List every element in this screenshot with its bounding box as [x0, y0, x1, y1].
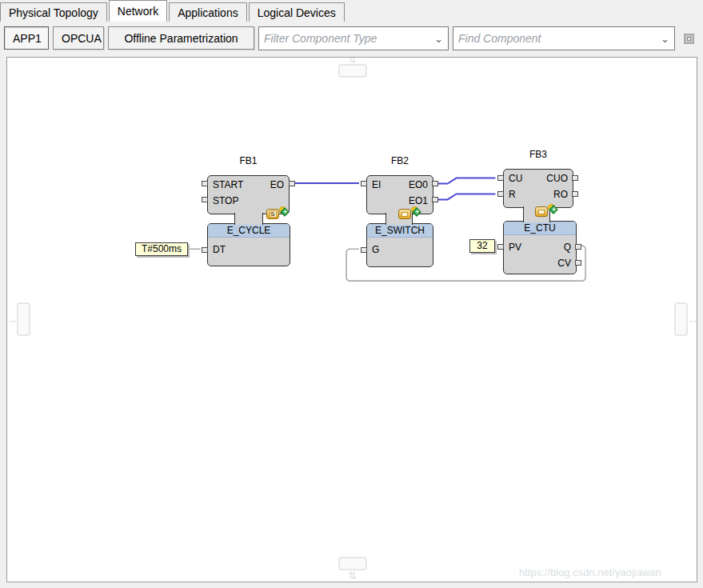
chevron-down-icon[interactable]: ⌄: [431, 33, 443, 45]
filter-combo-placeholder: Filter Component Type: [264, 32, 431, 45]
fb3-pin-cuo[interactable]: [572, 175, 578, 181]
fb2-pin-g[interactable]: [361, 247, 367, 253]
fb1-dt-value[interactable]: T#500ms: [135, 242, 188, 256]
editor-tab-bar: Physical Topology Network Applications L…: [0, 0, 703, 22]
fb1-neck: [234, 213, 263, 225]
connection-wires: [7, 58, 697, 582]
deployed-marker-icon: +: [411, 206, 421, 216]
fb1-pin-eo[interactable]: [289, 181, 295, 186]
deployed-marker-icon: +: [279, 206, 289, 216]
fb1-port-stop[interactable]: STOP: [213, 195, 238, 206]
fb3-port-r[interactable]: R: [509, 189, 516, 200]
opcua-button[interactable]: OPCUA: [53, 26, 104, 50]
wire-fb2eo0-fb3cu: [438, 178, 496, 184]
tab-applications[interactable]: Applications: [169, 2, 247, 22]
network-diagram-canvas[interactable]: ⇅ ⇅ ↔ ↔ FB1 START STOP EO S +: [6, 57, 697, 582]
fb1-data-section[interactable]: E_CYCLE DT: [207, 223, 290, 266]
fb3-pin-ro[interactable]: [572, 191, 578, 197]
wire-fb2eo1-fb3r: [438, 194, 496, 199]
find-component-combo[interactable]: Find Component ⌄: [453, 26, 675, 50]
fb2-port-g[interactable]: G: [372, 244, 379, 255]
fb1-pin-dt[interactable]: [202, 247, 208, 253]
fb3-port-q[interactable]: Q: [564, 242, 571, 253]
overview-toggle-button[interactable]: [681, 30, 697, 46]
fb3-port-cv[interactable]: CV: [557, 258, 571, 269]
fb1-instance-name[interactable]: FB1: [207, 155, 290, 166]
fb3-pv-value[interactable]: 32: [469, 239, 495, 253]
watermark-text: https://blog.csdn.net/yaojiawan: [519, 566, 661, 578]
fb2-type-name[interactable]: E_SWITCH: [367, 224, 433, 238]
sifb-s-chip-icon: S: [266, 209, 279, 219]
fb2-port-eo1[interactable]: EO1: [409, 195, 428, 206]
fb3-port-pv[interactable]: PV: [509, 242, 521, 253]
fb2-port-ei[interactable]: EI: [372, 179, 381, 190]
fb3-port-ro[interactable]: RO: [553, 189, 568, 200]
fb3-type-name[interactable]: E_CTU: [504, 222, 576, 235]
fb-chip-icon: [398, 209, 411, 219]
fb2-instance-name[interactable]: FB2: [366, 155, 433, 166]
fb3-pin-q[interactable]: [575, 244, 581, 250]
tab-logical-devices[interactable]: Logical Devices: [249, 2, 345, 22]
find-combo-placeholder: Find Component: [458, 32, 657, 45]
fb1-port-eo[interactable]: EO: [270, 179, 284, 190]
tab-network[interactable]: Network: [109, 0, 167, 22]
fb1-type-name[interactable]: E_CYCLE: [208, 224, 290, 238]
fb1-pin-start[interactable]: [202, 181, 208, 186]
filter-component-type-combo[interactable]: Filter Component Type ⌄: [258, 26, 449, 50]
fb3-port-cu[interactable]: CU: [509, 173, 522, 184]
fb3-event-section[interactable]: CU R CUO RO: [503, 169, 573, 208]
fb-chip-icon: [535, 206, 548, 217]
fb3-data-section[interactable]: E_CTU PV Q CV: [503, 221, 577, 274]
fb3-instance-name[interactable]: FB3: [503, 149, 573, 160]
toolbar: APP1 OPCUA Offline Parametrization Filte…: [0, 23, 703, 54]
fb1-port-dt[interactable]: DT: [213, 244, 226, 255]
fb3-pin-r[interactable]: [497, 191, 504, 197]
fb2-port-eo0[interactable]: EO0: [409, 179, 428, 190]
offline-parametrization-button[interactable]: Offline Parametrization: [108, 26, 254, 50]
fb1-pin-stop[interactable]: [202, 197, 208, 202]
chevron-down-icon[interactable]: ⌄: [657, 33, 669, 45]
fb3-pin-cu[interactable]: [497, 175, 504, 181]
fb2-pin-ei[interactable]: [361, 181, 367, 186]
tab-physical-topology[interactable]: Physical Topology: [0, 2, 107, 22]
deployed-marker-icon: +: [548, 204, 557, 214]
fb2-data-section[interactable]: E_SWITCH G: [366, 223, 433, 267]
fb3-pin-pv[interactable]: [497, 244, 504, 250]
square-in-square-icon: [684, 34, 694, 44]
fb2-pin-eo1[interactable]: [432, 197, 438, 202]
fb1-port-start[interactable]: START: [213, 179, 243, 190]
fb3-port-cuo[interactable]: CUO: [546, 173, 568, 184]
fb2-pin-eo0[interactable]: [432, 181, 438, 186]
fb3-pin-cv[interactable]: [575, 260, 581, 266]
app1-button[interactable]: APP1: [4, 26, 49, 50]
